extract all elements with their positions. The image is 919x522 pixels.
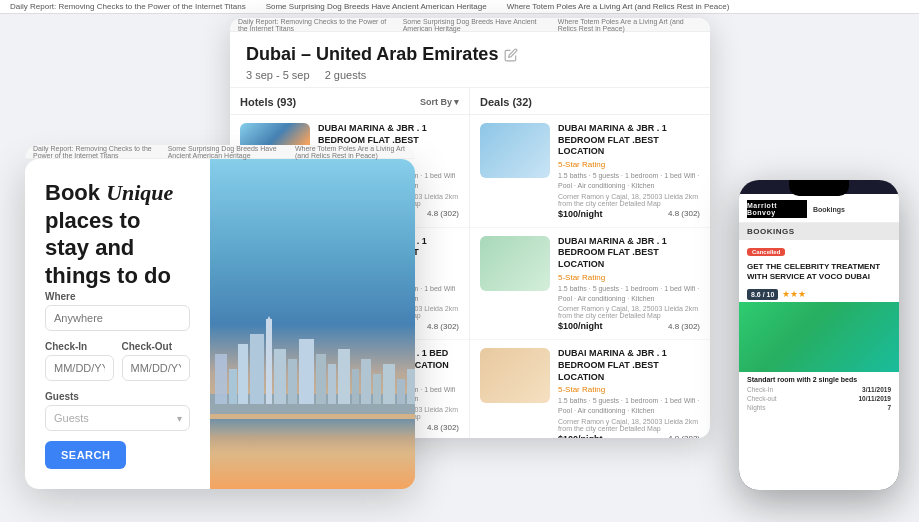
hotels-column-header: Hotels (93) Sort By ▾ — [230, 88, 469, 115]
deal-rating: 4.8 (302) — [668, 322, 700, 331]
booking-widget: Book Unique places to stay and things to… — [25, 159, 415, 489]
checkin-value: 3/11/2019 — [862, 386, 891, 393]
top-news-bar: Daily Report: Removing Checks to the Pow… — [0, 0, 919, 14]
svg-rect-10 — [299, 339, 314, 404]
headline-part2: places to stay and things to do — [45, 208, 171, 288]
svg-rect-4 — [238, 344, 248, 404]
results-news-2: Some Surprising Dog Breeds Have Ancient … — [403, 18, 546, 32]
deal-amenities: 1.5 baths · 5 guests · 1 bedroom · 1 bed… — [558, 396, 700, 416]
svg-rect-2 — [215, 354, 227, 404]
guests-field-group: Guests Guests 1 Guest 2 Guests 3 Guests … — [45, 391, 190, 431]
guests-select[interactable]: Guests 1 Guest 2 Guests 3 Guests — [45, 405, 190, 431]
deal-address: Corner Ramon y Cajal, 18, 25003 Lleida 2… — [558, 193, 700, 207]
deal-stars: 5-Star Rating — [558, 385, 700, 394]
checkin-label: Check-In — [747, 386, 773, 393]
widget-news-3: Where Totem Poles Are a Living Art (and … — [295, 145, 407, 159]
where-input[interactable] — [45, 305, 190, 331]
widget-image-panel — [210, 159, 415, 489]
deals-column-header: Deals (32) — [470, 88, 710, 115]
hotel-rating: 4.8 (302) — [427, 423, 459, 432]
svg-rect-11 — [316, 354, 326, 404]
phone-mockup: Marriott Bonvoy Bookings BOOKINGS Cancel… — [739, 180, 899, 490]
deal-item[interactable]: DUBAI MARINA & JBR . 1 BEDROOM FLAT .BES… — [470, 115, 710, 228]
deal-thumbnail — [480, 123, 550, 178]
news-item-3: Where Totem Poles Are a Living Art (and … — [507, 2, 730, 11]
svg-rect-3 — [229, 369, 237, 404]
deal-stars: 5-Star Rating — [558, 160, 700, 169]
deal-name: DUBAI MARINA & JBR . 1 BEDROOM FLAT .BES… — [558, 348, 700, 383]
deal-rating: 4.8 (302) — [668, 434, 700, 438]
deals-column: Deals (32) DUBAI MARINA & JBR . 1 BEDROO… — [470, 88, 710, 438]
checkout-value: 10/11/2019 — [858, 395, 891, 402]
marriott-logo: Marriott Bonvoy — [747, 200, 807, 218]
where-label: Where — [45, 291, 190, 302]
guests-label: Guests — [45, 391, 190, 402]
deal-info: DUBAI MARINA & JBR . 1 BEDROOM FLAT .BES… — [558, 348, 700, 438]
svg-rect-16 — [373, 374, 381, 404]
deal-address: Corner Ramon y Cajal, 18, 25003 Lleida 2… — [558, 418, 700, 432]
checkin-label: Check-In — [45, 341, 114, 352]
checkout-field-group: Check-Out — [122, 341, 191, 381]
headline-part1: Book — [45, 180, 106, 205]
skyline-svg — [210, 314, 415, 434]
beach-element — [210, 419, 415, 489]
results-news-3: Where Totem Poles Are a Living Art (and … — [558, 18, 702, 32]
hotel-rating: 4.8 (302) — [427, 209, 459, 218]
news-item-2: Some Surprising Dog Breeds Have Ancient … — [266, 2, 487, 11]
room-title: Standart room with 2 single beds — [739, 372, 899, 385]
deal-address: Corner Ramon y Cajal, 18, 25003 Lleida 2… — [558, 305, 700, 319]
widget-form-panel: Book Unique places to stay and things to… — [25, 159, 210, 489]
score-badge: 8.6 / 10 — [747, 289, 778, 300]
checkout-input[interactable] — [122, 355, 191, 381]
bookings-section-title: BOOKINGS — [739, 223, 899, 240]
deal-thumbnail — [480, 236, 550, 291]
hotel-rating: 4.8 (302) — [427, 322, 459, 331]
sort-button[interactable]: Sort By ▾ — [420, 97, 459, 107]
where-field-group: Where — [45, 291, 190, 331]
svg-rect-18 — [397, 379, 405, 404]
guests-row: Guests 1 Guest 2 Guests 3 Guests ▾ — [45, 405, 190, 431]
checkout-label: Check-out — [747, 395, 777, 402]
results-title: Dubai – United Arab Emirates — [246, 44, 694, 65]
phone-notch — [789, 180, 849, 196]
deal-name: DUBAI MARINA & JBR . 1 BEDROOM FLAT .BES… — [558, 236, 700, 271]
promo-text: GET THE CELEBRITY TREATMENT WITH SERVICE… — [739, 260, 899, 287]
widget-news-1: Daily Report: Removing Checks to the Pow… — [33, 145, 152, 159]
sort-chevron: ▾ — [454, 97, 459, 107]
svg-rect-15 — [361, 359, 371, 404]
cancelled-badge: Cancelled — [747, 248, 785, 256]
widget-news-2: Some Surprising Dog Breeds Have Ancient … — [168, 145, 279, 159]
search-button[interactable]: SEARCH — [45, 441, 126, 469]
checkout-row: Check-out 10/11/2019 — [739, 394, 899, 403]
deal-amenities: 1.5 baths · 5 guests · 1 bedroom · 1 bed… — [558, 171, 700, 191]
svg-rect-14 — [352, 369, 359, 404]
checkin-input[interactable] — [45, 355, 114, 381]
svg-rect-6 — [266, 319, 272, 404]
results-dates: 3 sep - 5 sep — [246, 69, 310, 81]
news-item-1: Daily Report: Removing Checks to the Pow… — [10, 2, 246, 11]
deal-stars: 5-Star Rating — [558, 273, 700, 282]
deal-price: $100/night — [558, 209, 603, 219]
deal-item[interactable]: DUBAI MARINA & JBR . 1 BEDROOM FLAT .BES… — [470, 340, 710, 438]
phone-top-bar: Marriott Bonvoy Bookings — [739, 194, 899, 223]
checkin-row: Check-In 3/11/2019 — [739, 385, 899, 394]
date-row: Check-In Check-Out — [45, 341, 190, 381]
deal-price: $100/night — [558, 321, 603, 331]
checkout-label: Check-Out — [122, 341, 191, 352]
edit-icon[interactable] — [504, 48, 518, 62]
rating-row: 8.6 / 10 ★★★ — [739, 287, 899, 302]
phone-screen: Marriott Bonvoy Bookings BOOKINGS Cancel… — [739, 194, 899, 490]
star-rating: ★★★ — [782, 289, 806, 299]
deals-count: Deals (32) — [480, 96, 532, 108]
deal-amenities: 1.5 baths · 5 guests · 1 bedroom · 1 bed… — [558, 284, 700, 304]
nights-value: 7 — [887, 404, 891, 411]
search-form: Where Check-In Check-Out Guests Guests — [45, 291, 190, 469]
deal-item[interactable]: DUBAI MARINA & JBR . 1 BEDROOM FLAT .BES… — [470, 228, 710, 341]
hotels-count: Hotels (93) — [240, 96, 296, 108]
phone-nav-bookings[interactable]: Bookings — [813, 206, 845, 213]
deal-item-inner: DUBAI MARINA & JBR . 1 BEDROOM FLAT .BES… — [480, 348, 700, 438]
deal-rating: 4.8 (302) — [668, 209, 700, 218]
widget-headline: Book Unique places to stay and things to… — [45, 179, 190, 289]
svg-rect-5 — [250, 334, 264, 404]
results-news-1: Daily Report: Removing Checks to the Pow… — [238, 18, 391, 32]
